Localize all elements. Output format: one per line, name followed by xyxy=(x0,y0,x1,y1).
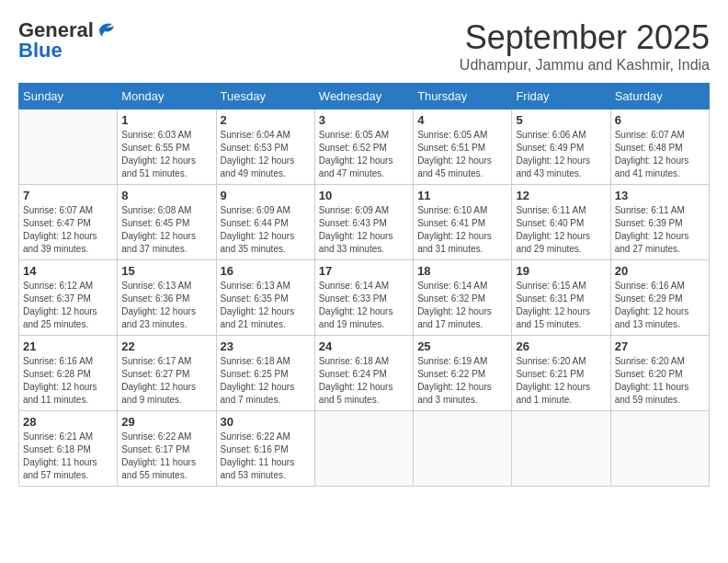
day-number: 11 xyxy=(417,189,507,202)
calendar-cell: 23Sunrise: 6:18 AM Sunset: 6:25 PM Dayli… xyxy=(216,336,314,411)
day-number: 18 xyxy=(417,264,507,278)
day-info: Sunrise: 6:10 AM Sunset: 6:41 PM Dayligh… xyxy=(417,204,507,256)
day-info: Sunrise: 6:12 AM Sunset: 6:37 PM Dayligh… xyxy=(23,280,113,331)
calendar-cell: 7Sunrise: 6:07 AM Sunset: 6:47 PM Daylig… xyxy=(19,185,118,260)
calendar-week-row: 14Sunrise: 6:12 AM Sunset: 6:37 PM Dayli… xyxy=(19,260,710,336)
header: General Blue September 2025 Udhampur, Ja… xyxy=(18,18,710,74)
title-section: September 2025 Udhampur, Jammu and Kashm… xyxy=(460,18,710,74)
calendar-cell: 24Sunrise: 6:18 AM Sunset: 6:24 PM Dayli… xyxy=(314,336,413,411)
day-number: 1 xyxy=(121,113,211,127)
calendar-cell xyxy=(314,411,413,487)
calendar-cell: 15Sunrise: 6:13 AM Sunset: 6:36 PM Dayli… xyxy=(118,260,216,336)
day-number: 9 xyxy=(221,189,311,202)
day-info: Sunrise: 6:18 AM Sunset: 6:25 PM Dayligh… xyxy=(221,355,311,407)
calendar-cell: 8Sunrise: 6:08 AM Sunset: 6:45 PM Daylig… xyxy=(118,185,216,260)
calendar-cell: 16Sunrise: 6:13 AM Sunset: 6:35 PM Dayli… xyxy=(216,260,314,336)
day-number: 8 xyxy=(121,189,211,202)
calendar-cell: 18Sunrise: 6:14 AM Sunset: 6:32 PM Dayli… xyxy=(414,260,512,336)
day-number: 6 xyxy=(615,113,705,127)
day-number: 23 xyxy=(221,339,311,353)
weekday-header: Tuesday xyxy=(216,84,314,109)
day-info: Sunrise: 6:07 AM Sunset: 6:47 PM Dayligh… xyxy=(23,204,113,256)
calendar-cell: 14Sunrise: 6:12 AM Sunset: 6:37 PM Dayli… xyxy=(19,260,118,336)
month-title: September 2025 xyxy=(460,18,710,57)
day-number: 10 xyxy=(319,189,409,202)
weekday-header: Friday xyxy=(512,84,610,109)
weekday-header: Wednesday xyxy=(314,84,413,109)
calendar-cell: 17Sunrise: 6:14 AM Sunset: 6:33 PM Dayli… xyxy=(314,260,413,336)
location-subtitle: Udhampur, Jammu and Kashmir, India xyxy=(460,57,710,74)
day-info: Sunrise: 6:09 AM Sunset: 6:43 PM Dayligh… xyxy=(319,204,409,256)
calendar-header-row: SundayMondayTuesdayWednesdayThursdayFrid… xyxy=(19,84,710,109)
day-number: 5 xyxy=(516,113,606,127)
calendar-cell: 5Sunrise: 6:06 AM Sunset: 6:49 PM Daylig… xyxy=(512,109,610,185)
day-info: Sunrise: 6:11 AM Sunset: 6:39 PM Dayligh… xyxy=(615,204,705,256)
calendar-cell: 11Sunrise: 6:10 AM Sunset: 6:41 PM Dayli… xyxy=(414,185,512,260)
calendar-cell: 13Sunrise: 6:11 AM Sunset: 6:39 PM Dayli… xyxy=(610,185,709,260)
calendar-cell: 20Sunrise: 6:16 AM Sunset: 6:29 PM Dayli… xyxy=(610,260,709,336)
day-info: Sunrise: 6:08 AM Sunset: 6:45 PM Dayligh… xyxy=(121,204,211,256)
day-info: Sunrise: 6:05 AM Sunset: 6:52 PM Dayligh… xyxy=(319,129,409,180)
calendar-week-row: 7Sunrise: 6:07 AM Sunset: 6:47 PM Daylig… xyxy=(19,185,710,260)
day-info: Sunrise: 6:04 AM Sunset: 6:53 PM Dayligh… xyxy=(221,129,311,180)
calendar-week-row: 1Sunrise: 6:03 AM Sunset: 6:55 PM Daylig… xyxy=(19,109,710,185)
day-info: Sunrise: 6:15 AM Sunset: 6:31 PM Dayligh… xyxy=(516,280,606,331)
calendar-cell xyxy=(19,109,118,185)
weekday-header: Sunday xyxy=(19,84,118,109)
day-info: Sunrise: 6:16 AM Sunset: 6:28 PM Dayligh… xyxy=(23,355,113,407)
day-info: Sunrise: 6:14 AM Sunset: 6:32 PM Dayligh… xyxy=(417,280,507,331)
calendar-cell: 6Sunrise: 6:07 AM Sunset: 6:48 PM Daylig… xyxy=(610,109,709,185)
calendar-cell: 9Sunrise: 6:09 AM Sunset: 6:44 PM Daylig… xyxy=(216,185,314,260)
day-number: 26 xyxy=(516,339,606,353)
day-info: Sunrise: 6:17 AM Sunset: 6:27 PM Dayligh… xyxy=(121,355,211,407)
calendar-cell: 27Sunrise: 6:20 AM Sunset: 6:20 PM Dayli… xyxy=(610,336,709,411)
calendar-cell: 12Sunrise: 6:11 AM Sunset: 6:40 PM Dayli… xyxy=(512,185,610,260)
logo-bird-icon xyxy=(96,20,116,39)
calendar-cell: 4Sunrise: 6:05 AM Sunset: 6:51 PM Daylig… xyxy=(414,109,512,185)
logo-blue-text: Blue xyxy=(18,39,63,63)
day-number: 14 xyxy=(23,264,113,278)
day-number: 3 xyxy=(319,113,409,127)
day-number: 12 xyxy=(516,189,606,202)
day-number: 22 xyxy=(121,339,211,353)
calendar-week-row: 28Sunrise: 6:21 AM Sunset: 6:18 PM Dayli… xyxy=(19,411,710,487)
calendar-cell: 19Sunrise: 6:15 AM Sunset: 6:31 PM Dayli… xyxy=(512,260,610,336)
day-info: Sunrise: 6:14 AM Sunset: 6:33 PM Dayligh… xyxy=(319,280,409,331)
day-number: 30 xyxy=(221,415,311,429)
weekday-header: Thursday xyxy=(414,84,512,109)
weekday-header: Monday xyxy=(118,84,216,109)
calendar-cell: 1Sunrise: 6:03 AM Sunset: 6:55 PM Daylig… xyxy=(118,109,216,185)
day-info: Sunrise: 6:13 AM Sunset: 6:35 PM Dayligh… xyxy=(221,280,311,331)
day-info: Sunrise: 6:13 AM Sunset: 6:36 PM Dayligh… xyxy=(121,280,211,331)
weekday-header: Saturday xyxy=(610,84,709,109)
day-number: 24 xyxy=(319,339,409,353)
day-number: 4 xyxy=(417,113,507,127)
day-info: Sunrise: 6:11 AM Sunset: 6:40 PM Dayligh… xyxy=(516,204,606,256)
calendar-cell: 25Sunrise: 6:19 AM Sunset: 6:22 PM Dayli… xyxy=(414,336,512,411)
day-number: 29 xyxy=(121,415,211,429)
calendar-cell: 28Sunrise: 6:21 AM Sunset: 6:18 PM Dayli… xyxy=(19,411,118,487)
calendar-cell: 26Sunrise: 6:20 AM Sunset: 6:21 PM Dayli… xyxy=(512,336,610,411)
day-number: 13 xyxy=(615,189,705,202)
day-info: Sunrise: 6:19 AM Sunset: 6:22 PM Dayligh… xyxy=(417,355,507,407)
day-number: 2 xyxy=(221,113,311,127)
calendar-cell: 3Sunrise: 6:05 AM Sunset: 6:52 PM Daylig… xyxy=(314,109,413,185)
day-number: 28 xyxy=(23,415,113,429)
day-info: Sunrise: 6:21 AM Sunset: 6:18 PM Dayligh… xyxy=(23,431,113,482)
day-number: 20 xyxy=(615,264,705,278)
day-info: Sunrise: 6:16 AM Sunset: 6:29 PM Dayligh… xyxy=(615,280,705,331)
day-info: Sunrise: 6:05 AM Sunset: 6:51 PM Dayligh… xyxy=(417,129,507,180)
day-number: 16 xyxy=(221,264,311,278)
calendar-cell: 29Sunrise: 6:22 AM Sunset: 6:17 PM Dayli… xyxy=(118,411,216,487)
day-info: Sunrise: 6:03 AM Sunset: 6:55 PM Dayligh… xyxy=(121,129,211,180)
calendar-cell: 10Sunrise: 6:09 AM Sunset: 6:43 PM Dayli… xyxy=(314,185,413,260)
calendar-cell: 30Sunrise: 6:22 AM Sunset: 6:16 PM Dayli… xyxy=(216,411,314,487)
day-info: Sunrise: 6:06 AM Sunset: 6:49 PM Dayligh… xyxy=(516,129,606,180)
day-info: Sunrise: 6:20 AM Sunset: 6:20 PM Dayligh… xyxy=(615,355,705,407)
calendar-cell xyxy=(414,411,512,487)
day-info: Sunrise: 6:22 AM Sunset: 6:16 PM Dayligh… xyxy=(221,431,311,482)
day-info: Sunrise: 6:22 AM Sunset: 6:17 PM Dayligh… xyxy=(121,431,211,482)
day-number: 7 xyxy=(23,189,113,202)
calendar-cell: 2Sunrise: 6:04 AM Sunset: 6:53 PM Daylig… xyxy=(216,109,314,185)
calendar-cell xyxy=(610,411,709,487)
